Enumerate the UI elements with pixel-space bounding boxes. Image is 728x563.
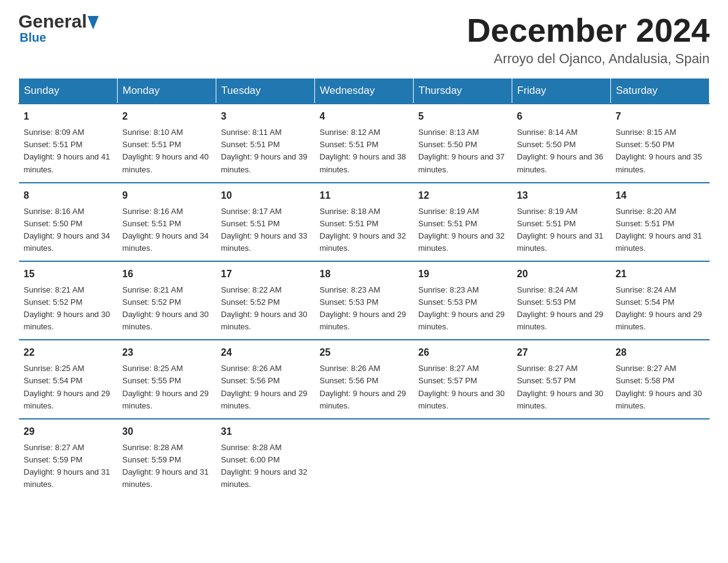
day-info: Sunrise: 8:28 AMSunset: 6:00 PMDaylight:… [221,443,308,489]
logo-triangle-icon [88,16,99,29]
calendar-week-1: 1Sunrise: 8:09 AMSunset: 5:51 PMDaylight… [19,104,710,182]
calendar-cell: 2Sunrise: 8:10 AMSunset: 5:51 PMDaylight… [118,104,216,182]
calendar-cell: 1Sunrise: 8:09 AMSunset: 5:51 PMDaylight… [19,104,118,182]
calendar-cell [315,419,414,497]
day-info: Sunrise: 8:16 AMSunset: 5:51 PMDaylight:… [123,207,209,253]
calendar-cell: 4Sunrise: 8:12 AMSunset: 5:51 PMDaylight… [315,104,414,182]
day-info: Sunrise: 8:21 AMSunset: 5:52 PMDaylight:… [24,285,110,331]
day-number: 2 [123,109,211,124]
day-number: 30 [123,424,211,440]
day-info: Sunrise: 8:24 AMSunset: 5:53 PMDaylight:… [517,285,604,331]
day-number: 9 [123,188,211,204]
calendar-cell: 3Sunrise: 8:11 AMSunset: 5:51 PMDaylight… [216,104,315,182]
calendar-cell: 17Sunrise: 8:22 AMSunset: 5:52 PMDayligh… [216,261,315,340]
day-number: 22 [24,345,113,361]
day-number: 29 [24,424,113,440]
calendar-week-4: 22Sunrise: 8:25 AMSunset: 5:54 PMDayligh… [19,340,710,418]
calendar-cell: 8Sunrise: 8:16 AMSunset: 5:50 PMDaylight… [19,183,118,261]
calendar-cell: 21Sunrise: 8:24 AMSunset: 5:54 PMDayligh… [611,261,710,340]
day-info: Sunrise: 8:27 AMSunset: 5:57 PMDaylight:… [517,364,604,410]
location-subtitle: Arroyo del Ojanco, Andalusia, Spain [467,51,710,67]
calendar-cell: 10Sunrise: 8:17 AMSunset: 5:51 PMDayligh… [216,183,315,261]
calendar-cell: 9Sunrise: 8:16 AMSunset: 5:51 PMDaylight… [118,183,216,261]
day-number: 20 [517,267,606,282]
day-info: Sunrise: 8:15 AMSunset: 5:50 PMDaylight:… [616,128,702,174]
day-number: 16 [123,267,211,282]
calendar-cell: 19Sunrise: 8:23 AMSunset: 5:53 PMDayligh… [414,261,512,340]
calendar-week-3: 15Sunrise: 8:21 AMSunset: 5:52 PMDayligh… [19,261,710,340]
day-number: 21 [616,267,705,282]
calendar-cell: 26Sunrise: 8:27 AMSunset: 5:57 PMDayligh… [414,340,512,418]
day-number: 17 [221,267,310,282]
calendar-cell: 6Sunrise: 8:14 AMSunset: 5:50 PMDaylight… [512,104,611,182]
calendar-cell: 28Sunrise: 8:27 AMSunset: 5:58 PMDayligh… [611,340,710,418]
svg-marker-0 [88,16,99,29]
calendar-cell: 18Sunrise: 8:23 AMSunset: 5:53 PMDayligh… [315,261,414,340]
calendar-cell: 11Sunrise: 8:18 AMSunset: 5:51 PMDayligh… [315,183,414,261]
day-info: Sunrise: 8:25 AMSunset: 5:55 PMDaylight:… [123,364,209,410]
day-info: Sunrise: 8:27 AMSunset: 5:57 PMDaylight:… [419,364,505,410]
day-number: 28 [616,345,705,361]
day-info: Sunrise: 8:25 AMSunset: 5:54 PMDaylight:… [24,364,110,410]
day-number: 10 [221,188,310,204]
calendar-cell: 7Sunrise: 8:15 AMSunset: 5:50 PMDaylight… [611,104,710,182]
calendar-cell: 23Sunrise: 8:25 AMSunset: 5:55 PMDayligh… [118,340,216,418]
day-info: Sunrise: 8:09 AMSunset: 5:51 PMDaylight:… [24,128,110,174]
calendar-cell: 27Sunrise: 8:27 AMSunset: 5:57 PMDayligh… [512,340,611,418]
day-number: 15 [24,267,113,282]
calendar-cell: 31Sunrise: 8:28 AMSunset: 6:00 PMDayligh… [216,419,315,497]
day-number: 4 [320,109,409,124]
day-info: Sunrise: 8:23 AMSunset: 5:53 PMDaylight:… [320,285,406,331]
col-tuesday: Tuesday [216,79,315,104]
day-info: Sunrise: 8:23 AMSunset: 5:53 PMDaylight:… [419,285,505,331]
logo-general: General [18,12,87,31]
day-info: Sunrise: 8:22 AMSunset: 5:52 PMDaylight:… [221,285,308,331]
day-info: Sunrise: 8:10 AMSunset: 5:51 PMDaylight:… [123,128,209,174]
page-header: General Blue December 2024 Arroyo del Oj… [18,12,710,67]
calendar-cell: 24Sunrise: 8:26 AMSunset: 5:56 PMDayligh… [216,340,315,418]
day-number: 23 [123,345,211,361]
day-info: Sunrise: 8:13 AMSunset: 5:50 PMDaylight:… [419,128,505,174]
col-saturday: Saturday [611,79,710,104]
logo-combined: General [18,12,99,31]
logo-blue: Blue [20,31,46,45]
day-number: 27 [517,345,606,361]
calendar-cell [611,419,710,497]
calendar-cell: 12Sunrise: 8:19 AMSunset: 5:51 PMDayligh… [414,183,512,261]
day-info: Sunrise: 8:21 AMSunset: 5:52 PMDaylight:… [123,285,209,331]
calendar-cell: 22Sunrise: 8:25 AMSunset: 5:54 PMDayligh… [19,340,118,418]
calendar-week-5: 29Sunrise: 8:27 AMSunset: 5:59 PMDayligh… [19,419,710,497]
day-info: Sunrise: 8:27 AMSunset: 5:59 PMDaylight:… [24,443,110,489]
day-number: 12 [419,188,507,204]
day-number: 26 [419,345,507,361]
day-info: Sunrise: 8:26 AMSunset: 5:56 PMDaylight:… [221,364,308,410]
calendar-cell: 13Sunrise: 8:19 AMSunset: 5:51 PMDayligh… [512,183,611,261]
day-info: Sunrise: 8:14 AMSunset: 5:50 PMDaylight:… [517,128,604,174]
day-number: 19 [419,267,507,282]
day-info: Sunrise: 8:27 AMSunset: 5:58 PMDaylight:… [616,364,702,410]
calendar-table: Sunday Monday Tuesday Wednesday Thursday… [18,78,710,497]
day-info: Sunrise: 8:19 AMSunset: 5:51 PMDaylight:… [419,207,505,253]
day-number: 13 [517,188,606,204]
month-title: December 2024 [467,12,710,48]
day-info: Sunrise: 8:17 AMSunset: 5:51 PMDaylight:… [221,207,308,253]
day-number: 11 [320,188,409,204]
day-info: Sunrise: 8:19 AMSunset: 5:51 PMDaylight:… [517,207,604,253]
calendar-week-2: 8Sunrise: 8:16 AMSunset: 5:50 PMDaylight… [19,183,710,261]
day-number: 7 [616,109,705,124]
calendar-cell: 14Sunrise: 8:20 AMSunset: 5:51 PMDayligh… [611,183,710,261]
day-number: 6 [517,109,606,124]
day-number: 31 [221,424,310,440]
col-monday: Monday [118,79,216,104]
col-sunday: Sunday [19,79,118,104]
calendar-cell: 30Sunrise: 8:28 AMSunset: 5:59 PMDayligh… [118,419,216,497]
day-number: 24 [221,345,310,361]
calendar-cell: 5Sunrise: 8:13 AMSunset: 5:50 PMDaylight… [414,104,512,182]
col-thursday: Thursday [414,79,512,104]
day-number: 1 [24,109,113,124]
day-info: Sunrise: 8:16 AMSunset: 5:50 PMDaylight:… [24,207,110,253]
day-info: Sunrise: 8:28 AMSunset: 5:59 PMDaylight:… [123,443,209,489]
day-info: Sunrise: 8:26 AMSunset: 5:56 PMDaylight:… [320,364,406,410]
day-number: 14 [616,188,705,204]
day-info: Sunrise: 8:11 AMSunset: 5:51 PMDaylight:… [221,128,308,174]
